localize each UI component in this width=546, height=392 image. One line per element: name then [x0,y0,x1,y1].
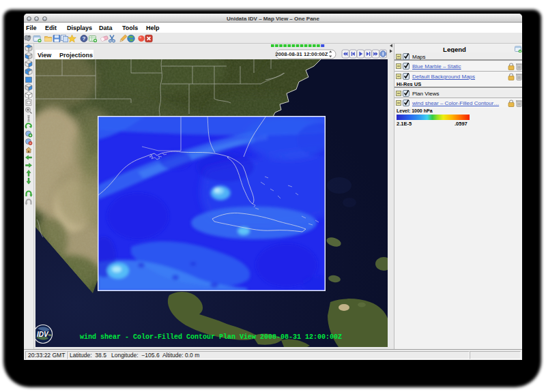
svg-text:wind shear - Color-Filled Cont: wind shear - Color-Filled Contour Plan V… [80,333,342,341]
svg-text:?: ? [83,35,86,42]
svg-text:2008-08-31 12:00:00Z: 2008-08-31 12:00:00Z [276,51,328,57]
svg-text:IDV: IDV [37,331,49,338]
